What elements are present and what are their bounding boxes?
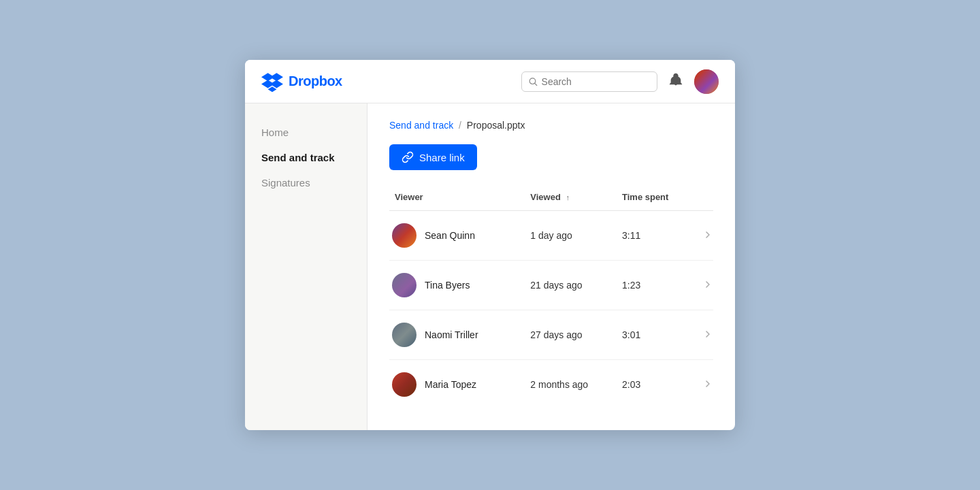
- viewers-table: Viewer Viewed ↑ Time spent Sean Quinn: [389, 186, 713, 409]
- table-row[interactable]: Tina Byers 21 days ago 1:23: [389, 261, 713, 310]
- row-chevron-row-maria[interactable]: [696, 360, 713, 410]
- time-cell-row-naomi: 3:01: [622, 310, 696, 360]
- viewer-cell-row-tina: Tina Byers: [389, 261, 530, 310]
- row-chevron-row-tina[interactable]: [696, 261, 713, 310]
- viewed-cell-row-naomi: 27 days ago: [530, 310, 622, 360]
- notification-bell-icon[interactable]: [668, 72, 683, 91]
- col-header-time-spent: Time spent: [622, 186, 696, 211]
- viewer-avatar-row-naomi: [392, 323, 416, 347]
- search-icon: [529, 77, 538, 86]
- logo[interactable]: Dropbox: [261, 71, 342, 93]
- breadcrumb: Send and track / Proposal.pptx: [389, 120, 713, 131]
- col-header-action: [696, 186, 713, 211]
- table-row[interactable]: Naomi Triller 27 days ago 3:01: [389, 310, 713, 360]
- share-link-button[interactable]: Share link: [389, 144, 477, 170]
- viewer-cell-row-maria: Maria Topez: [389, 360, 530, 410]
- sort-arrow-icon: ↑: [566, 193, 570, 201]
- table-row[interactable]: Sean Quinn 1 day ago 3:11: [389, 211, 713, 261]
- viewer-avatar-row-sean: [392, 223, 416, 248]
- dropbox-logo-icon: [261, 71, 283, 93]
- viewer-cell-row-sean: Sean Quinn: [389, 211, 530, 261]
- viewer-name-row-maria: Maria Topez: [425, 379, 476, 390]
- breadcrumb-current: Proposal.pptx: [467, 120, 525, 131]
- svg-line-1: [535, 83, 537, 85]
- link-icon: [402, 151, 414, 163]
- breadcrumb-separator: /: [459, 120, 461, 131]
- viewed-cell-row-maria: 2 months ago: [530, 360, 622, 410]
- col-header-viewer: Viewer: [389, 186, 530, 211]
- body: Home Send and track Signatures Send and …: [245, 103, 735, 430]
- share-link-label: Share link: [419, 152, 465, 163]
- col-header-viewed[interactable]: Viewed ↑: [530, 186, 622, 211]
- header: Dropbox: [245, 60, 735, 103]
- row-chevron-row-sean[interactable]: [696, 211, 713, 261]
- search-bar[interactable]: [521, 71, 657, 92]
- viewer-name-row-naomi: Naomi Triller: [425, 329, 478, 340]
- search-input[interactable]: [542, 76, 650, 87]
- time-cell-row-tina: 1:23: [622, 261, 696, 310]
- time-cell-row-maria: 2:03: [622, 360, 696, 410]
- viewer-name-row-tina: Tina Byers: [425, 280, 470, 291]
- sidebar-item-home[interactable]: Home: [245, 120, 367, 145]
- app-window: Dropbox Home: [245, 60, 735, 430]
- main-content: Send and track / Proposal.pptx Share lin…: [368, 103, 735, 430]
- breadcrumb-parent[interactable]: Send and track: [389, 120, 453, 131]
- viewer-name-row-sean: Sean Quinn: [425, 230, 475, 241]
- viewer-avatar-row-tina: [392, 273, 416, 297]
- table-row[interactable]: Maria Topez 2 months ago 2:03: [389, 360, 713, 410]
- avatar-image: [694, 69, 719, 94]
- user-avatar[interactable]: [694, 69, 719, 94]
- row-chevron-row-naomi[interactable]: [696, 310, 713, 360]
- sidebar-item-signatures[interactable]: Signatures: [245, 170, 367, 195]
- viewed-cell-row-tina: 21 days ago: [530, 261, 622, 310]
- logo-text: Dropbox: [289, 74, 342, 89]
- table-header-row: Viewer Viewed ↑ Time spent: [389, 186, 713, 211]
- sidebar-item-send-and-track[interactable]: Send and track: [245, 145, 367, 170]
- viewed-cell-row-sean: 1 day ago: [530, 211, 622, 261]
- viewer-avatar-row-maria: [392, 372, 416, 397]
- time-cell-row-sean: 3:11: [622, 211, 696, 261]
- sidebar: Home Send and track Signatures: [245, 103, 368, 430]
- header-right: [521, 69, 719, 94]
- viewer-cell-row-naomi: Naomi Triller: [389, 310, 530, 360]
